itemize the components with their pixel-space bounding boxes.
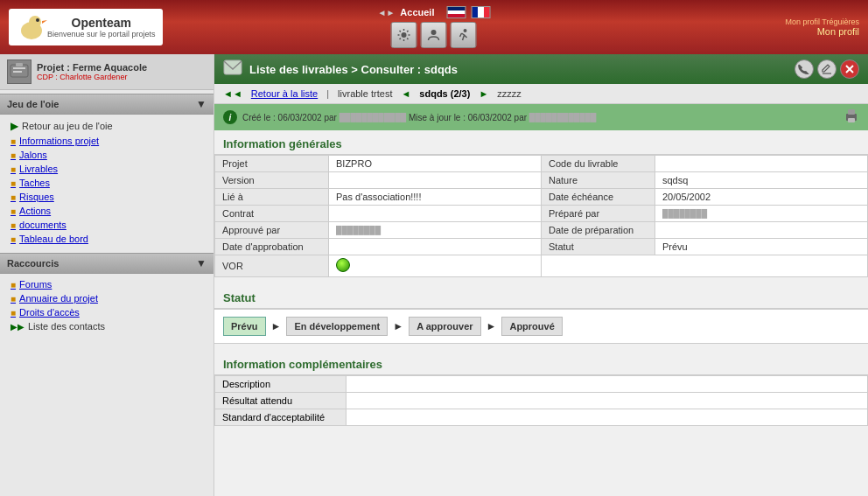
lie-a-label: Lié à [215,189,329,206]
app-tagline: Bienvenue sur le portail projets [47,30,156,38]
phone-button[interactable] [794,59,814,79]
project-icon [7,59,32,84]
sidebar-item-actions[interactable]: ■ Actions [0,204,214,218]
svg-rect-10 [16,63,23,66]
section-statut-title: Statut [214,284,868,309]
status-section: Statut Prévu ► En développement ► A appr… [214,284,868,344]
svg-rect-9 [13,71,22,73]
svg-point-6 [464,29,467,32]
status-approuve: Approuvé [501,317,562,336]
sidebar-item-risques[interactable]: ■ Risques [0,190,214,204]
status-arrow-1: ► [270,320,284,332]
svg-point-5 [431,30,437,35]
info-print-icon[interactable] [844,108,859,126]
nav-prev-label: livrable trtest [338,88,392,99]
logo-text: Openteam Bienvenue sur le portail projet… [47,16,156,38]
sidebar-item-droits[interactable]: ■ Droits d'accès [0,305,214,319]
statut-value: Prévu [655,239,868,255]
flag-uk[interactable] [446,6,466,18]
projet-label: Projet [215,156,329,172]
project-box: Projet : Ferme Aquacole CDP : Charlotte … [0,54,214,90]
page-title: Liste des livrables > Consulter : sdqds [249,63,458,76]
user-icon[interactable] [421,22,447,48]
lie-a-value: Pas d'association!!!! [329,189,542,206]
mon-profil-link[interactable]: Mon profil [817,26,859,37]
content-header-title: Liste des livrables > Consulter : sdqds [223,59,458,79]
contrat-label: Contrat [215,206,329,222]
bullet-icon: ■ [10,150,16,160]
sidebar-item-label: Jalons [19,150,47,160]
table-row: Contrat Préparé par ████████ [215,206,868,222]
info-created-text: Créé le : 06/03/2002 par [242,113,337,122]
section-general: Information générales Projet BIZPRO Code… [214,130,868,277]
sidebar-item-contacts[interactable]: ▶▶ Liste des contacts [0,319,214,333]
sidebar-item-livrables[interactable]: ■ Livrables [0,162,214,176]
svg-rect-11 [224,60,242,74]
raccourcis-section-header[interactable]: Raccourcis ▼ [0,253,214,274]
project-name: Projet : Ferme Aquacole [37,62,147,73]
section-complement-title: Information complémentaires [214,351,868,375]
next-arrow-icon[interactable]: ► [479,88,488,99]
empty-cell-1 [542,255,868,277]
sidebar-item-tableau[interactable]: ■ Tableau de bord [0,232,214,246]
sidebar-item-label: Retour au jeu de l'oie [22,121,113,131]
settings-icon[interactable] [391,22,417,48]
sidebar-item-forums[interactable]: ■ Forums [0,277,214,291]
sound-icon: ◄► [378,8,396,17]
username-display: Mon profil Tréguières [785,17,859,26]
approuve-par-value: ████████ [329,222,542,239]
info-user1: ████████████ [340,113,407,122]
dbl-arrow-icon: ▶▶ [10,322,24,332]
sidebar-item-label: Tableau de bord [19,234,88,244]
resultat-value [346,393,868,409]
table-row: Projet BIZPRO Code du livrable [215,156,868,172]
bullet-icon: ■ [10,308,16,318]
raccourcis-nav: ■ Forums ■ Annuaire du projet ■ Droits d… [0,274,214,337]
code-livrable-value [655,156,868,172]
table-row: VOR [215,255,868,277]
sidebar-item-annuaire[interactable]: ■ Annuaire du projet [0,291,214,305]
sidebar-item-documents[interactable]: ■ documents [0,218,214,232]
nature-value: sqdsq [655,172,868,189]
standard-label: Standard d'acceptabilité [215,409,346,426]
projet-value: BIZPRO [329,156,542,172]
vor-label: VOR [215,255,329,277]
table-row: Version Nature sqdsq [215,172,868,189]
nav-bar: ◄◄ Retour à la liste | livrable trtest ◄… [214,84,868,104]
sidebar-item-retour[interactable]: ▶ Retour au jeu de l'oie [0,118,214,134]
svg-rect-16 [848,109,855,115]
prev-arrow-icon[interactable]: ◄ [401,88,410,99]
version-label: Version [215,172,329,189]
person-run-icon[interactable] [451,22,477,48]
sidebar-item-label: Droits d'accès [19,307,80,318]
flag-fr[interactable] [471,6,490,18]
section-complement: Information complémentaires Description … [214,351,868,426]
sidebar: Projet : Ferme Aquacole CDP : Charlotte … [0,54,214,496]
nav-links: ◄► Accueil [378,6,491,18]
date-preparation-value [655,222,868,239]
table-row: Approuvé par ████████ Date de préparatio… [215,222,868,239]
bullet-icon: ■ [10,234,16,244]
sidebar-item-taches[interactable]: ■ Taches [0,176,214,190]
date-echeance-value: 20/05/2002 [655,189,868,206]
sidebar-item-infos[interactable]: ■ Informations projet [0,134,214,148]
content-header: Liste des livrables > Consulter : sdqds [214,54,868,84]
bullet-icon: ■ [10,280,16,290]
content-area: Liste des livrables > Consulter : sdqds … [214,54,868,496]
status-arrow-2: ► [391,320,405,332]
bullet-icon: ■ [10,206,16,216]
code-livrable-label: Code du livrable [542,156,655,172]
edit-button[interactable] [817,59,836,79]
date-echeance-label: Date échéance [542,189,655,206]
sidebar-item-jalons[interactable]: ■ Jalons [0,148,214,162]
back-to-list-link[interactable]: Retour à la liste [251,88,318,99]
table-row: Date d'approbation Statut Prévu [215,239,868,255]
accueil-link[interactable]: Accueil [400,7,434,17]
bullet-icon: ■ [10,220,16,230]
jeu-section-header[interactable]: Jeu de l'oie ▼ [0,94,214,115]
general-info-table: Projet BIZPRO Code du livrable Version N… [214,155,868,277]
resultat-label: Résultat attendu [215,393,346,409]
close-button[interactable] [840,59,859,79]
sidebar-item-label: Actions [19,206,51,216]
nav-next-label: zzzzz [497,88,522,99]
